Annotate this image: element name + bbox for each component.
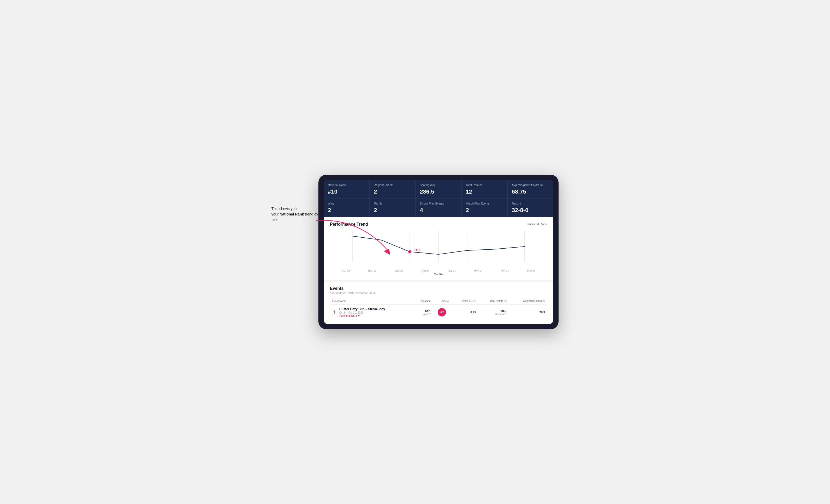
event-sg: 0.45 <box>451 305 478 320</box>
event-icon: 🏌️ <box>332 310 337 315</box>
col-total-points: Total Points ⓘ <box>478 298 509 305</box>
tablet-screen: National Rank #10 Regional Rank 2 Scorin… <box>324 180 553 324</box>
stat-scoring-avg: Scoring Avg. 286.5 <box>416 180 461 198</box>
col-score: Score <box>433 298 451 305</box>
stat-wins: Wins 2 <box>324 199 369 217</box>
rank-impact: Rank Impact: 3 ▼ <box>339 314 360 317</box>
events-table: Event Name Position Score Event SG ⓘ Tot… <box>330 298 547 320</box>
col-weighted-points: Weighted Points ⓘ <box>509 298 547 305</box>
chart-x-labels: OCT 23 NOV 23 DEC 23 JAN 24 FEB 24 MAR 2… <box>330 269 547 272</box>
table-row: 🏌️ Buster Cozy Cup – Stroke Play Oct 9 –… <box>330 305 547 320</box>
col-event-sg: Event SG ⓘ <box>451 298 478 305</box>
stats-row-2: Wins 2 Top 3s 2 Stroke Play Events 4 Mat… <box>324 198 553 217</box>
performance-section: Performance Trend National Rank <box>324 217 553 280</box>
event-score: -22 <box>433 305 451 320</box>
perf-header: Performance Trend National Rank <box>330 222 547 227</box>
stat-match-play: Match Play Events 2 <box>462 199 507 217</box>
stat-national-rank: National Rank #10 <box>324 180 369 198</box>
stat-total-rounds: Total Rounds 12 <box>462 180 507 198</box>
outer-container: This shows you your National Rank trend … <box>272 175 558 330</box>
stat-record: Record 32-8-0 <box>508 199 553 217</box>
svg-point-8 <box>408 250 411 253</box>
stat-avg-weighted: Avg. Weighted Points ⓘ 68.75 <box>508 180 553 198</box>
col-position: Position <box>413 298 433 305</box>
event-name-cell: 🏌️ Buster Cozy Cup – Stroke Play Oct 9 –… <box>330 305 413 320</box>
event-position: 6th out of 7 <box>413 305 433 320</box>
events-title: Events <box>330 286 547 291</box>
stats-row-1: National Rank #10 Regional Rank 2 Scorin… <box>324 180 553 198</box>
col-event-name: Event Name <box>330 298 413 305</box>
table-header-row: Event Name Position Score Event SG ⓘ Tot… <box>330 298 547 305</box>
stat-top3s: Top 3s 2 <box>370 199 415 217</box>
event-date: Oct 9 – Oct 10, 2023 <box>339 311 363 314</box>
chart-area: • #10 <box>330 231 547 267</box>
chart-svg: • #10 <box>330 231 547 267</box>
event-total-points: 28.3 3 Rounds <box>478 305 509 320</box>
tablet-frame: National Rank #10 Regional Rank 2 Scorin… <box>318 175 558 330</box>
svg-text:• #10: • #10 <box>414 248 420 251</box>
events-updated: Last updated: 24th November 2023 <box>330 292 547 295</box>
event-name: Buster Cozy Cup – Stroke Play <box>339 307 385 311</box>
perf-title: Performance Trend <box>330 222 368 227</box>
perf-label: National Rank <box>528 223 547 226</box>
annotation-text: This shows you your National Rank trend … <box>272 206 324 223</box>
event-weighted-points: 28.3 <box>509 305 547 320</box>
stat-stroke-play: Stroke Play Events 4 <box>416 199 461 217</box>
events-section: Events Last updated: 24th November 2023 … <box>324 280 553 324</box>
stat-regional-rank: Regional Rank 2 <box>370 180 415 198</box>
chart-x-title: Months <box>330 273 547 276</box>
